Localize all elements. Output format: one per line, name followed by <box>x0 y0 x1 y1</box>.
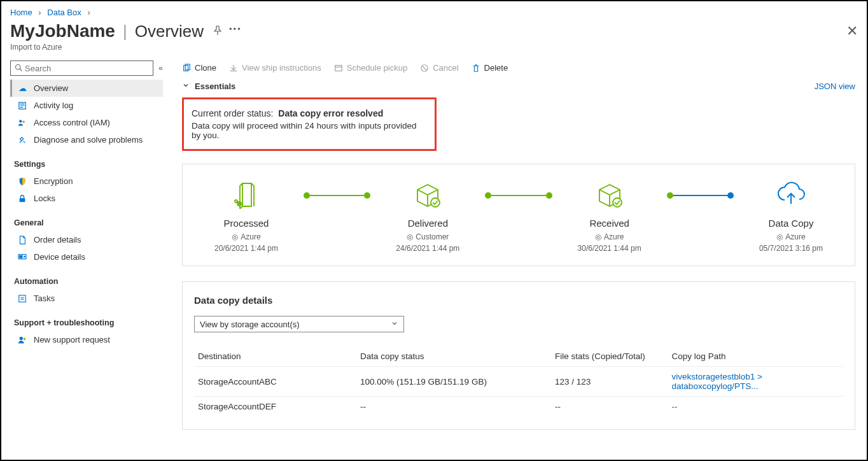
box-check-icon <box>414 181 442 209</box>
essentials-header[interactable]: Essentials JSON view <box>182 79 855 97</box>
delete-label: Delete <box>484 63 508 73</box>
sidebar-item-label: Device details <box>34 252 85 262</box>
shield-icon <box>17 177 27 186</box>
location-icon: ◎ <box>407 232 413 241</box>
step-date: 30/6/2021 1:44 pm <box>578 244 641 253</box>
sidebar-item-encryption[interactable]: Encryption <box>10 173 163 190</box>
sidebar: « ☁ Overview Activity log Acces <box>10 60 163 455</box>
svg-point-15 <box>239 203 240 204</box>
svg-point-7 <box>24 256 25 257</box>
cancel-button: Cancel <box>420 63 458 73</box>
step-date: 24/6/2021 1:44 pm <box>396 244 459 253</box>
svg-point-18 <box>613 198 622 207</box>
svg-point-3 <box>22 120 25 123</box>
sidebar-item-label: Access control (IAM) <box>34 118 110 127</box>
table-row: StorageAccountABC 100.00% (151.19 GB/151… <box>194 367 843 397</box>
step-title: Delivered <box>408 218 448 229</box>
page-icon <box>17 236 27 245</box>
svg-rect-6 <box>20 255 22 258</box>
search-icon <box>15 64 22 73</box>
col-status: Data copy status <box>356 346 551 367</box>
log-icon <box>17 101 27 110</box>
close-icon[interactable]: ✕ <box>846 23 858 39</box>
view-ship-button: View ship instructions <box>229 63 321 73</box>
step-date: 05/7/2021 3:16 pm <box>759 244 823 253</box>
location-icon: ◎ <box>776 232 783 241</box>
chevron-down-icon <box>391 320 398 329</box>
box-check-icon <box>596 181 624 209</box>
step-loc: Azure <box>604 232 624 241</box>
chevron-down-icon <box>182 82 190 91</box>
breadcrumb-sep-icon: › <box>87 8 90 17</box>
breadcrumb-databox[interactable]: Data Box <box>47 8 81 17</box>
svg-point-16 <box>235 200 237 202</box>
sidebar-item-access-control[interactable]: Access control (IAM) <box>10 114 163 131</box>
delete-button[interactable]: Delete <box>472 63 508 73</box>
copy-log-link[interactable]: -- <box>672 402 678 411</box>
step-title: Data Copy <box>769 218 814 229</box>
svg-rect-12 <box>335 65 342 71</box>
step-connector <box>667 195 734 196</box>
sidebar-item-label: Order details <box>34 235 81 245</box>
sidebar-item-activity-log[interactable]: Activity log <box>10 97 163 114</box>
page-title: Overview <box>135 22 204 41</box>
lock-icon <box>17 194 27 203</box>
people-icon <box>17 118 27 127</box>
col-logpath: Copy log Path <box>668 346 843 367</box>
copy-details-table: Destination Data copy status File stats … <box>194 346 843 416</box>
details-title: Data copy details <box>194 295 843 306</box>
sidebar-item-label: Diagnose and solve problems <box>34 135 143 145</box>
select-value: View by storage account(s) <box>200 320 300 329</box>
cancel-label: Cancel <box>433 63 458 73</box>
sidebar-item-diagnose[interactable]: Diagnose and solve problems <box>10 131 163 148</box>
collapse-sidebar-icon[interactable]: « <box>158 64 163 73</box>
step-loc: Customer <box>416 232 449 241</box>
sidebar-item-order-details[interactable]: Order details <box>10 231 163 248</box>
cell-destination: StorageAccountDEF <box>194 397 356 417</box>
page-header: MyJobName | Overview ••• ✕ <box>10 21 858 41</box>
more-icon[interactable]: ••• <box>229 24 242 34</box>
search-input[interactable] <box>25 64 149 73</box>
step-connector <box>485 195 552 196</box>
sidebar-item-tasks[interactable]: Tasks <box>10 290 163 307</box>
svg-point-17 <box>431 198 440 207</box>
sidebar-item-locks[interactable]: Locks <box>10 190 163 207</box>
svg-rect-8 <box>19 295 26 302</box>
col-stats: File stats (Copied/Total) <box>551 346 668 367</box>
cell-stats: -- <box>551 397 668 417</box>
step-processed: Processed ◎Azure 20/6/2021 1:44 pm <box>189 181 304 253</box>
sidebar-item-device-details[interactable]: Device details <box>10 248 163 266</box>
support-icon <box>17 336 27 344</box>
col-destination: Destination <box>194 346 356 367</box>
svg-point-0 <box>16 64 21 69</box>
main-content: Clone View ship instructions Schedule pi… <box>163 60 858 455</box>
clone-button[interactable]: Clone <box>182 63 216 73</box>
cell-destination: StorageAccountABC <box>194 367 356 397</box>
breadcrumb-home[interactable]: Home <box>10 8 32 17</box>
json-view-link[interactable]: JSON view <box>815 82 855 91</box>
step-loc: Azure <box>785 232 805 241</box>
device-icon <box>17 253 27 262</box>
sidebar-item-label: Overview <box>34 83 68 93</box>
sidebar-section-support: Support + troubleshooting <box>14 318 163 327</box>
step-received: Received ◎Azure 30/6/2021 1:44 pm <box>552 181 667 253</box>
essentials-label: Essentials <box>195 82 235 91</box>
svg-point-2 <box>19 120 22 122</box>
pin-icon[interactable] <box>213 25 223 38</box>
status-label: Current order status: <box>192 108 273 118</box>
status-highlight: Current order status: Data copy error re… <box>182 97 437 151</box>
search-input-wrap[interactable] <box>10 60 153 76</box>
sidebar-item-overview[interactable]: ☁ Overview <box>10 80 163 97</box>
tools-icon <box>17 136 27 145</box>
sidebar-item-support-request[interactable]: New support request <box>10 331 163 348</box>
copy-log-link[interactable]: vivekstoragetestblob1 > databoxcopylog/P… <box>672 372 762 391</box>
viewship-label: View ship instructions <box>242 63 321 73</box>
step-datacopy: Data Copy ◎Azure 05/7/2021 3:16 pm <box>734 181 848 253</box>
breadcrumb: Home › Data Box › <box>10 8 858 17</box>
server-icon <box>234 181 259 209</box>
breadcrumb-sep-icon: › <box>38 8 41 17</box>
job-name: MyJobName <box>10 21 115 41</box>
view-by-select[interactable]: View by storage account(s) <box>194 316 404 332</box>
location-icon: ◎ <box>595 232 601 241</box>
location-icon: ◎ <box>232 232 238 241</box>
